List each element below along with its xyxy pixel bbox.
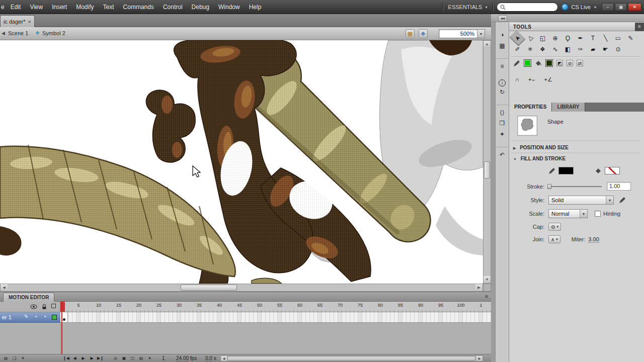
swatches-panel-button[interactable]: ▦	[496, 40, 508, 51]
tab-motion-editor[interactable]: MOTION EDITOR	[3, 293, 54, 302]
layer-visibility-dot[interactable]: •	[35, 314, 37, 319]
horizontal-scrollbar-thumb[interactable]	[181, 285, 237, 291]
stage-canvas[interactable]	[0, 40, 483, 284]
cs-live-button[interactable]: CS Live	[561, 4, 591, 11]
tab-properties[interactable]: PROPERTIES	[509, 103, 552, 112]
scroll-down-arrow[interactable]: ▼	[484, 276, 491, 283]
tab-library[interactable]: LIBRARY	[552, 103, 585, 112]
scroll-right-arrow[interactable]: ▶	[475, 284, 482, 291]
edit-symbols-button[interactable]: ❖	[419, 29, 428, 38]
stroke-style-dropdown[interactable]: Solid ▾	[548, 196, 614, 205]
go-to-last-frame-button[interactable]: ▶❙	[97, 355, 104, 362]
search-box[interactable]	[497, 3, 558, 12]
join-style-button[interactable]: ∧ ▾	[548, 235, 560, 243]
step-forward-button[interactable]: ▶	[88, 355, 96, 362]
search-input[interactable]	[508, 4, 554, 10]
stroke-weight-slider[interactable]	[548, 186, 602, 187]
lock-all-layers-icon[interactable]	[41, 304, 47, 310]
tools-panel-menu-icon[interactable]: ≡	[635, 23, 644, 31]
deco-tool[interactable]: ❖	[536, 44, 549, 54]
stroke-color-swatch[interactable]	[545, 59, 553, 67]
layer-lock-dot[interactable]: •	[44, 314, 46, 319]
vertical-scrollbar[interactable]: ▲ ▼	[483, 40, 491, 284]
timeline-ruler[interactable]: 5101520253035404550556065707580859095100…	[60, 302, 491, 312]
pen-tool[interactable]: ✒	[574, 33, 587, 43]
straighten-button[interactable]: +∠	[542, 74, 554, 84]
breadcrumb-symbol[interactable]: Symbol 2	[42, 30, 65, 36]
zoom-level-select[interactable]: 500% ▾	[439, 29, 485, 38]
hinting-checkbox[interactable]	[595, 211, 601, 217]
playhead-line[interactable]	[61, 302, 62, 354]
vertical-scrollbar-thumb[interactable]	[484, 161, 490, 178]
menu-item-modify[interactable]: Modify	[71, 0, 98, 14]
layer-name[interactable]: er 1	[2, 314, 12, 320]
menu-item-window[interactable]: Window	[214, 0, 245, 14]
components-panel-button[interactable]: ❒	[496, 118, 508, 129]
line-tool[interactable]: ╲	[599, 33, 612, 43]
zoom-chevron-icon[interactable]: ▾	[477, 30, 485, 38]
eyedropper-tool[interactable]: ✑	[574, 44, 587, 54]
breadcrumb-scene[interactable]: Scene 1	[8, 30, 28, 36]
history-panel-button[interactable]: ↶	[496, 147, 508, 160]
miter-value[interactable]: 3.00	[588, 236, 599, 243]
pencil-tool[interactable]: ✎	[624, 33, 637, 43]
cs-live-chevron-icon[interactable]: ▾	[594, 5, 596, 10]
close-button[interactable]: ✕	[628, 3, 641, 11]
edit-stroke-style-icon[interactable]	[619, 197, 626, 204]
tools-panel-header[interactable]: TOOLS ≡	[509, 22, 644, 31]
restore-button[interactable]: ▣	[615, 3, 627, 11]
3d-rotation-tool[interactable]: ⊕	[549, 33, 561, 43]
collapse-to-icons-button[interactable]: ◂◂	[498, 15, 507, 22]
swap-colors-button[interactable]: ⇄	[577, 60, 583, 66]
onion-skin-button[interactable]: ▣	[120, 355, 128, 362]
timeline-background[interactable]	[0, 323, 491, 354]
center-frame-button[interactable]: ◎	[112, 355, 119, 362]
timeline-scrollbar[interactable]: ◀ ▶	[220, 355, 483, 361]
section-fill-and-stroke[interactable]: ▼ FILL AND STROKE	[513, 156, 566, 161]
chevron-down-icon[interactable]: ▾	[606, 196, 613, 204]
stroke-color-chip[interactable]	[558, 167, 574, 174]
modify-markers-button[interactable]: ▾	[146, 355, 153, 362]
show-hide-all-layers-icon[interactable]	[30, 304, 37, 310]
timeline-scrollbar-thumb[interactable]	[227, 356, 475, 361]
workspace-switcher[interactable]: ESSENTIALS ▾	[446, 4, 490, 10]
hand-tool[interactable]: ☛	[599, 44, 612, 54]
paint-bucket-tool[interactable]: ◧	[561, 44, 574, 54]
rectangle-tool[interactable]: ▭	[612, 33, 624, 43]
scale-dropdown[interactable]: Normal ▾	[548, 209, 588, 218]
stroke-weight-value[interactable]: 1.00	[607, 182, 631, 191]
menu-item-view[interactable]: View	[25, 0, 47, 14]
edit-scene-button[interactable]: ▦	[406, 29, 415, 38]
document-tab[interactable]: ic dager* ×	[0, 15, 35, 27]
scroll-up-arrow[interactable]: ▲	[484, 41, 491, 48]
snap-to-objects-toggle[interactable]: ∩	[513, 74, 521, 84]
dock-gutter[interactable]	[491, 22, 495, 362]
onion-skin-outlines-button[interactable]: ▢	[129, 355, 136, 362]
layer-frames-strip[interactable]	[60, 312, 491, 323]
info-panel-button[interactable]: i	[499, 79, 506, 86]
stroke-slider-thumb[interactable]	[547, 184, 551, 189]
bone-tool[interactable]: ∿	[549, 44, 561, 54]
chevron-down-icon[interactable]: ▾	[580, 210, 587, 218]
free-transform-tool[interactable]: ◱	[536, 33, 549, 43]
menu-item-edit[interactable]: Edit	[6, 0, 26, 14]
scroll-left-arrow[interactable]: ◀	[221, 356, 227, 361]
fill-color-chip-none[interactable]	[605, 167, 620, 174]
scroll-left-arrow[interactable]: ◀	[1, 284, 8, 291]
code-snippets-panel-button[interactable]: ⟨⟩	[496, 105, 508, 118]
menu-item-commands[interactable]: Commands	[119, 0, 158, 14]
layer-outline-color-swatch[interactable]	[52, 315, 57, 320]
menu-item-text[interactable]: Text	[99, 0, 119, 14]
minimize-button[interactable]: –	[602, 3, 614, 11]
cap-style-button[interactable]: ⊖ ▾	[548, 223, 561, 231]
timeline-panel-menu-icon[interactable]: ≡	[485, 294, 488, 299]
transform-panel-button[interactable]: ↻	[496, 86, 508, 98]
play-button[interactable]: ▶	[79, 355, 87, 362]
elapsed-time-value[interactable]: 0.0	[205, 355, 212, 361]
new-folder-button[interactable]: ❑	[11, 355, 18, 362]
eraser-tool[interactable]: ▰	[587, 44, 599, 54]
step-back-button[interactable]: ◀	[71, 355, 78, 362]
edit-multiple-frames-button[interactable]: ▤	[137, 355, 145, 362]
frame-rate-value[interactable]: 24.00	[176, 355, 189, 361]
text-tool[interactable]: T	[587, 33, 599, 43]
